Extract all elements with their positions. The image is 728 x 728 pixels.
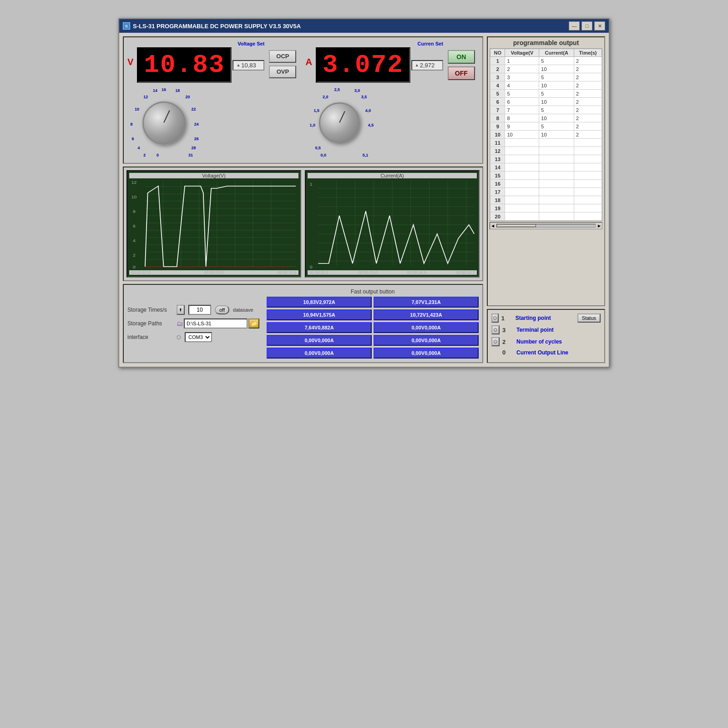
- current-chart-svg: 1 0: [308, 179, 477, 270]
- current-knob[interactable]: [319, 102, 360, 143]
- table-cell-1-1: 2: [505, 65, 539, 73]
- fast-buttons-grid: 10,83V2,972A 7,07V1,231A 10,94V1,575A 10…: [267, 297, 479, 359]
- fast-btn-5[interactable]: 7,64V0,882A: [267, 322, 372, 333]
- on-off-section: ON OFF: [448, 50, 475, 80]
- storage-path-input[interactable]: [184, 318, 248, 329]
- ovp-button[interactable]: OVP: [269, 66, 296, 78]
- starting-point-spinner[interactable]: ⬡: [491, 313, 499, 323]
- buttons-section: OCP OVP: [269, 50, 296, 78]
- current-set-value: 2,972: [420, 62, 435, 69]
- table-row[interactable]: 14: [490, 163, 602, 172]
- voltage-set-up-arrow[interactable]: ▲: [236, 63, 240, 67]
- fast-btn-7[interactable]: 0,00V0,000A: [267, 335, 372, 346]
- fast-btn-2[interactable]: 7,07V1,231A: [374, 297, 479, 308]
- table-row[interactable]: 13: [490, 155, 602, 163]
- fast-btn-4[interactable]: 10,72V1,423A: [374, 309, 479, 320]
- table-row[interactable]: 1010102: [490, 131, 602, 139]
- table-row[interactable]: 11: [490, 139, 602, 147]
- table-cell-6-3: 2: [574, 106, 602, 114]
- table-cell-11-1: [505, 147, 539, 155]
- table-cell-10-3: [574, 139, 602, 147]
- scroll-left-arrow[interactable]: ◀: [490, 224, 495, 228]
- cycles-spinner[interactable]: ⬡: [491, 337, 500, 346]
- cycles-label: Number of cycles: [516, 339, 576, 345]
- titlebar: S S-LS-31 PROGRAMMABLE DC POWER SUPPLY V…: [119, 19, 609, 33]
- table-row[interactable]: 16: [490, 180, 602, 188]
- voltage-knob[interactable]: [142, 101, 186, 145]
- ocp-button[interactable]: OCP: [269, 50, 296, 63]
- close-button[interactable]: ✕: [594, 21, 605, 30]
- table-cell-14-2: [539, 172, 574, 180]
- interface-icon: ⬡: [177, 334, 181, 340]
- svg-text:10: 10: [131, 195, 137, 199]
- right-panel: programmable output NO Voltage(V Current…: [487, 36, 605, 363]
- storage-times-spinner[interactable]: ⬆: [177, 305, 185, 315]
- starting-point-value: 1: [501, 315, 513, 322]
- storage-section: Storage Times/s ⬆ off datasave Storage P…: [127, 305, 259, 342]
- fast-btn-8[interactable]: 0,00V0,000A: [374, 335, 479, 346]
- on-button[interactable]: ON: [448, 50, 475, 64]
- table-cell-4-2: 5: [539, 90, 574, 98]
- fast-btn-10[interactable]: 0,00V0,000A: [374, 348, 479, 359]
- fast-btn-3[interactable]: 10,94V1,575A: [267, 309, 372, 320]
- table-row[interactable]: 9952: [490, 122, 602, 131]
- terminal-point-spinner[interactable]: ⬡: [491, 325, 500, 334]
- table-cell-18-2: [539, 204, 574, 212]
- table-row[interactable]: 88102: [490, 114, 602, 122]
- table-row[interactable]: 22102: [490, 65, 602, 73]
- current-set-up-arrow[interactable]: ▲: [415, 63, 419, 67]
- horizontal-scrollbar[interactable]: ◀ ▶: [490, 222, 602, 229]
- table-row[interactable]: 3352: [490, 73, 602, 81]
- voltage-set-display: ▲ 10,83: [233, 60, 264, 71]
- fast-output-title: Fast output button: [267, 288, 479, 295]
- cycles-row: ⬡ 2 Number of cycles: [491, 337, 601, 346]
- table-cell-7-3: 2: [574, 114, 602, 122]
- table-cell-12-0: 13: [490, 155, 505, 163]
- table-row[interactable]: 17: [490, 188, 602, 196]
- table-cell-10-2: [539, 139, 574, 147]
- table-cell-16-3: [574, 188, 602, 196]
- browse-folder-button[interactable]: 📁: [248, 318, 259, 329]
- fast-btn-9[interactable]: 0,00V0,000A: [267, 348, 372, 359]
- current-chart: Current(A): [305, 170, 480, 278]
- storage-times-row: Storage Times/s ⬆ off datasave: [127, 305, 259, 315]
- status-button[interactable]: Status: [577, 313, 601, 323]
- minimize-button[interactable]: —: [569, 21, 580, 30]
- storage-times-input[interactable]: [188, 305, 211, 315]
- table-row[interactable]: 1152: [490, 57, 602, 65]
- table-cell-0-3: 2: [574, 57, 602, 65]
- table-cell-7-0: 8: [490, 114, 505, 122]
- table-row[interactable]: 7752: [490, 106, 602, 114]
- datasave-button[interactable]: off: [215, 305, 229, 314]
- scroll-thumb[interactable]: [497, 224, 536, 227]
- voltage-chart: Voltage(V): [126, 170, 301, 278]
- maximize-button[interactable]: □: [581, 21, 592, 30]
- table-row[interactable]: 66102: [490, 98, 602, 106]
- table-row[interactable]: 15: [490, 172, 602, 180]
- table-cell-10-1: [505, 139, 539, 147]
- interface-select[interactable]: COM3: [185, 332, 212, 342]
- programmable-output-table-scroll[interactable]: NO Voltage(V Current(A Time(s) 115222102…: [490, 48, 602, 221]
- table-cell-0-0: 1: [490, 57, 505, 65]
- scroll-right-arrow[interactable]: ▶: [597, 224, 602, 228]
- table-row[interactable]: 5552: [490, 90, 602, 98]
- off-button[interactable]: OFF: [448, 66, 475, 80]
- table-cell-5-1: 6: [505, 98, 539, 106]
- table-row[interactable]: 20: [490, 212, 602, 221]
- prog-controls-section: ⬡ 1 Starting point Status ⬡ 3 Terminal p…: [487, 309, 605, 363]
- table-cell-8-0: 9: [490, 122, 505, 131]
- voltage-chart-title: Voltage(V): [129, 173, 298, 178]
- datasave-label: datasave: [233, 307, 253, 313]
- fast-btn-6[interactable]: 0,00V0,000A: [374, 322, 479, 333]
- table-cell-17-2: [539, 196, 574, 204]
- table-row[interactable]: 44102: [490, 81, 602, 90]
- voltage-set-label: Voltage Set: [137, 41, 264, 46]
- table-row[interactable]: 19: [490, 204, 602, 212]
- fast-btn-1[interactable]: 10,83V2,972A: [267, 297, 372, 308]
- table-row[interactable]: 12: [490, 147, 602, 155]
- scroll-track[interactable]: [496, 224, 596, 228]
- svg-text:2: 2: [133, 253, 136, 258]
- table-row[interactable]: 18: [490, 196, 602, 204]
- terminal-point-value: 3: [502, 327, 514, 334]
- table-cell-13-2: [539, 163, 574, 172]
